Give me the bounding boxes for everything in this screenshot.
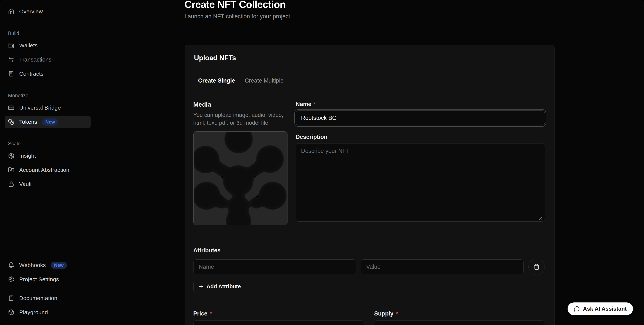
sidebar-item-project-settings[interactable]: Project Settings [5,273,90,286]
token-select[interactable]: Select Token [255,321,364,325]
price-amount-input[interactable] [194,321,255,325]
card-title: Upload NFTs [194,54,545,62]
tab-create-multiple[interactable]: Create Multiple [240,71,288,90]
attributes-label: Attributes [193,247,545,254]
page-subtitle: Launch an NFT collection for your projec… [184,13,555,20]
media-upload-preview[interactable] [193,131,288,225]
add-attribute-button[interactable]: Add Attribute [193,281,246,292]
description-textarea[interactable] [296,143,545,222]
sidebar-item-label: Overview [19,8,43,15]
price-label: Price * [193,310,364,317]
new-badge: New [51,262,67,269]
delete-attribute-button[interactable] [528,259,545,275]
upload-nfts-card: Upload NFTs Create Single Create Multipl… [184,45,555,325]
page-title: Create NFT Collection [184,0,555,10]
package-search-icon [8,153,14,159]
sidebar-divider [5,84,90,84]
description-label: Description [296,134,545,140]
page-body: Upload NFTs Create Single Create Multipl… [95,32,644,325]
sidebar-item-label: Contracts [19,71,44,77]
sidebar-item-contracts[interactable]: Contracts [5,68,90,80]
sidebar-item-documentation[interactable]: Documentation [5,292,90,304]
name-input[interactable] [296,110,545,125]
sidebar-section-build: Build [5,30,90,36]
main-content: Create NFT Collection Launch an NFT coll… [95,0,644,325]
sidebar-item-transactions[interactable]: Transactions [5,53,90,66]
nft-preview-image [194,132,287,225]
gear-icon [8,276,14,283]
sidebar-item-label: Playground [19,309,48,316]
sidebar-divider [5,22,90,22]
coins-icon [8,119,14,125]
name-label: Name * [296,101,545,107]
media-helper-text: You can upload image, audio, video, html… [193,111,288,127]
media-section: Media You can upload image, audio, video… [193,101,288,225]
contract-file-icon [8,71,14,77]
book-icon [8,295,14,301]
tab-create-single[interactable]: Create Single [193,71,240,90]
sidebar-item-tokens[interactable]: Tokens New [5,116,90,128]
sidebar-divider [5,132,90,132]
sidebar-item-label: Tokens [19,119,37,125]
sidebar-item-account-abstraction[interactable]: Account Abstraction [5,164,90,176]
page-header: Create NFT Collection Launch an NFT coll… [95,0,644,32]
sidebar-item-label: Transactions [19,56,52,63]
sidebar-item-playground[interactable]: Playground [5,306,90,319]
sidebar-item-label: Vault [19,181,32,187]
sidebar-item-overview[interactable]: Overview [5,5,90,18]
supply-label: Supply * [374,310,545,317]
attribute-value-input[interactable] [361,259,524,274]
chat-bubble-icon [574,306,580,312]
plus-icon [198,284,204,289]
supply-section: Supply * [374,310,545,325]
required-asterisk: * [210,311,212,317]
app-window: Overview Build Wallets Transactions Cont… [0,0,644,325]
sidebar-section-scale: Scale [5,141,90,147]
sidebar-item-vault[interactable]: Vault [5,178,90,190]
sidebar-item-label: Universal Bridge [19,104,61,111]
supply-input[interactable] [374,320,545,325]
wallet-icon [8,42,14,49]
sidebar-item-label: Webhooks [19,262,46,268]
required-asterisk: * [314,101,316,107]
sidebar-item-label: Insight [19,153,36,159]
arrows-left-right-icon [8,56,14,63]
sidebar-divider [5,290,90,290]
sidebar-section-monetize: Monetize [5,93,90,99]
sidebar-item-label: Documentation [19,295,57,301]
attributes-section: Attributes Add Attribute [193,247,545,292]
price-section: Price * Select Token [193,310,364,325]
details-section: Name * Description [296,101,545,225]
price-input-group: Select Token [193,320,364,325]
attribute-row [193,259,545,275]
sidebar-item-label: Account Abstraction [19,167,69,173]
sidebar-item-webhooks[interactable]: Webhooks New [5,259,90,271]
bell-icon [8,262,14,268]
cube-icon [8,309,14,316]
sidebar: Overview Build Wallets Transactions Cont… [0,0,95,325]
ask-ai-assistant-button[interactable]: Ask AI Assistant [568,303,633,315]
media-label: Media [193,101,288,108]
sidebar-spacer [5,192,90,259]
sidebar-item-insight[interactable]: Insight [5,150,90,162]
trash-icon [534,264,540,270]
sidebar-item-label: Project Settings [19,276,59,283]
required-asterisk: * [396,311,398,317]
credit-card-icon [8,104,14,111]
sidebar-item-universal-bridge[interactable]: Universal Bridge [5,102,90,114]
lock-icon [8,181,14,187]
home-icon [8,8,14,15]
tab-bar: Create Single Create Multiple [185,71,554,90]
folder-dot-icon [8,167,14,173]
attribute-name-input[interactable] [193,259,356,274]
sidebar-item-label: Wallets [19,42,38,49]
new-badge: New [42,118,58,126]
sidebar-item-wallets[interactable]: Wallets [5,39,90,52]
